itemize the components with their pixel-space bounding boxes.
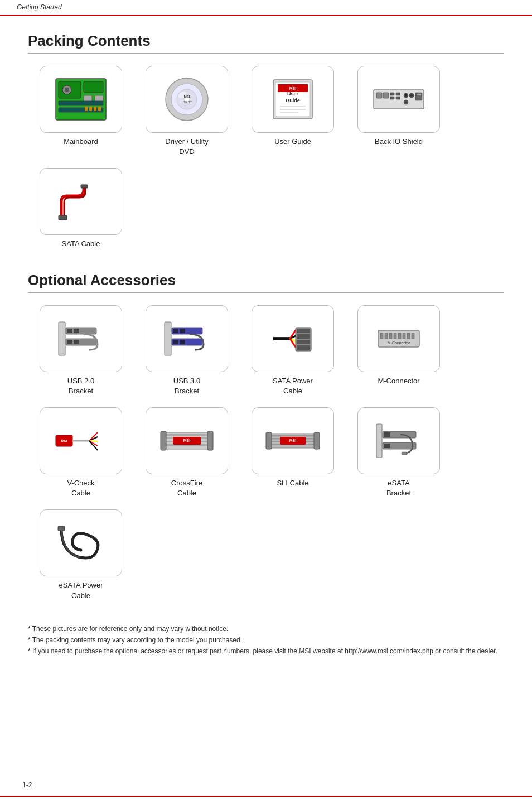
svg-text:MSI: MSI — [184, 95, 190, 98]
backioshield-image — [357, 66, 440, 133]
svg-rect-70 — [398, 333, 401, 339]
footnote-2: * The packing contents may vary accordin… — [28, 634, 504, 646]
page-number: 1-2 — [22, 781, 32, 789]
svg-rect-52 — [74, 340, 79, 344]
svg-rect-87 — [268, 435, 318, 437]
footnote-3: * If you need to purchase the optional a… — [28, 646, 504, 657]
svg-rect-68 — [389, 333, 392, 339]
item-backioshield: Back IO Shield — [346, 66, 452, 157]
svg-point-37 — [405, 94, 407, 97]
item-slicable: MSI SLI Cable — [240, 407, 346, 498]
svg-rect-64 — [297, 345, 310, 350]
svg-text:UTILITY: UTILITY — [182, 100, 192, 104]
svg-point-41 — [405, 101, 407, 103]
svg-rect-45 — [59, 215, 67, 220]
footnote-1: * These pictures are for reference only … — [28, 623, 504, 634]
item-usb20bracket: USB 2.0Bracket — [28, 305, 134, 396]
svg-text:Guide: Guide — [286, 98, 300, 103]
item-userguide: User Guide MSI User Guide — [240, 66, 346, 157]
svg-point-39 — [410, 94, 413, 97]
item-satacable: SATA Cable — [28, 168, 134, 249]
svg-rect-53 — [165, 322, 171, 355]
satapowercable-image — [252, 305, 334, 372]
svg-rect-35 — [396, 97, 400, 99]
backioshield-label: Back IO Shield — [375, 137, 423, 147]
packing-contents-section: Packing Contents — [28, 32, 504, 261]
svg-rect-51 — [67, 340, 72, 344]
svg-rect-5 — [59, 101, 103, 105]
svg-rect-61 — [297, 329, 310, 333]
item-usb30bracket: USB 3.0Bracket — [134, 305, 240, 396]
footnotes: * These pictures are for reference only … — [28, 623, 504, 657]
svg-rect-31 — [383, 93, 389, 98]
svg-text:M-Connector: M-Connector — [388, 341, 410, 345]
svg-rect-101 — [58, 526, 65, 531]
packing-items-grid: Mainboard MSI UTILITY — [28, 66, 504, 261]
usb20bracket-label: USB 2.0Bracket — [67, 376, 94, 396]
item-mconnector: M-Connector M-Connector — [346, 305, 452, 396]
svg-text:MSI: MSI — [61, 439, 67, 442]
svg-rect-58 — [173, 340, 178, 344]
crossfirecable-label: CrossFireCable — [171, 478, 202, 498]
svg-rect-11 — [94, 107, 96, 111]
svg-rect-33 — [390, 97, 394, 99]
item-esatabracket: eSATABracket — [346, 407, 452, 498]
page: Getting Started Packing Contents — [0, 0, 532, 799]
item-vcheckcable: MSI V-CheckCable — [28, 407, 134, 498]
esatabracket-image — [357, 407, 440, 474]
slicable-image: MSI — [252, 407, 334, 474]
optional-accessories-section: Optional Accessories — [28, 272, 504, 612]
svg-rect-46 — [59, 322, 65, 355]
userguide-label: User Guide — [274, 137, 311, 147]
svg-rect-91 — [266, 432, 272, 449]
mconnector-image: M-Connector — [357, 305, 440, 372]
svg-rect-10 — [89, 107, 92, 111]
svg-rect-69 — [394, 333, 396, 339]
optional-accessories-title: Optional Accessories — [28, 272, 504, 289]
mconnector-label: M-Connector — [378, 376, 419, 386]
svg-rect-78 — [162, 434, 212, 436]
svg-rect-82 — [161, 431, 166, 450]
svg-rect-62 — [297, 334, 310, 339]
section-header: Getting Started — [0, 0, 532, 16]
svg-rect-92 — [314, 432, 320, 449]
svg-point-8 — [65, 88, 69, 92]
esatapowercable-label: eSATA PowerCable — [59, 580, 103, 600]
item-esatapowercable: eSATA PowerCable — [28, 509, 134, 600]
svg-rect-9 — [85, 107, 88, 111]
svg-rect-95 — [376, 424, 382, 458]
satapowercable-label: SATA PowerCable — [273, 376, 313, 396]
main-content: Packing Contents — [0, 16, 532, 674]
packing-contents-title: Packing Contents — [28, 32, 504, 50]
svg-rect-56 — [180, 329, 185, 333]
optional-items-grid: USB 2.0Bracket — [28, 305, 504, 612]
svg-text:MSI: MSI — [183, 439, 191, 442]
svg-rect-100 — [402, 452, 407, 455]
item-dvd: MSI UTILITY Driver / UtilityDVD — [134, 66, 240, 157]
svg-rect-97 — [384, 432, 390, 437]
item-mainboard: Mainboard — [28, 66, 134, 157]
dvd-label: Driver / UtilityDVD — [165, 137, 208, 157]
svg-rect-32 — [390, 93, 394, 95]
usb30bracket-label: USB 3.0Bracket — [173, 376, 200, 396]
satacable-image — [40, 168, 122, 235]
crossfirecable-image: MSI — [146, 407, 228, 474]
item-satapowercable: SATA PowerCable — [240, 305, 346, 396]
svg-rect-43 — [417, 94, 421, 95]
bottom-bar — [0, 796, 532, 799]
usb30bracket-image — [146, 305, 228, 372]
svg-rect-66 — [380, 333, 383, 339]
svg-text:MSI: MSI — [289, 86, 297, 90]
mainboard-label: Mainboard — [64, 137, 98, 147]
optional-divider — [28, 292, 504, 293]
svg-rect-49 — [74, 329, 79, 333]
svg-rect-73 — [412, 333, 414, 339]
satacable-label: SATA Cable — [62, 239, 100, 249]
slicable-label: SLI Cable — [277, 478, 308, 488]
svg-rect-44 — [81, 185, 88, 188]
svg-rect-67 — [385, 333, 388, 339]
svg-rect-72 — [407, 333, 410, 339]
vcheckcable-label: V-CheckCable — [67, 478, 94, 498]
svg-rect-59 — [180, 340, 185, 344]
svg-rect-2 — [84, 81, 103, 93]
